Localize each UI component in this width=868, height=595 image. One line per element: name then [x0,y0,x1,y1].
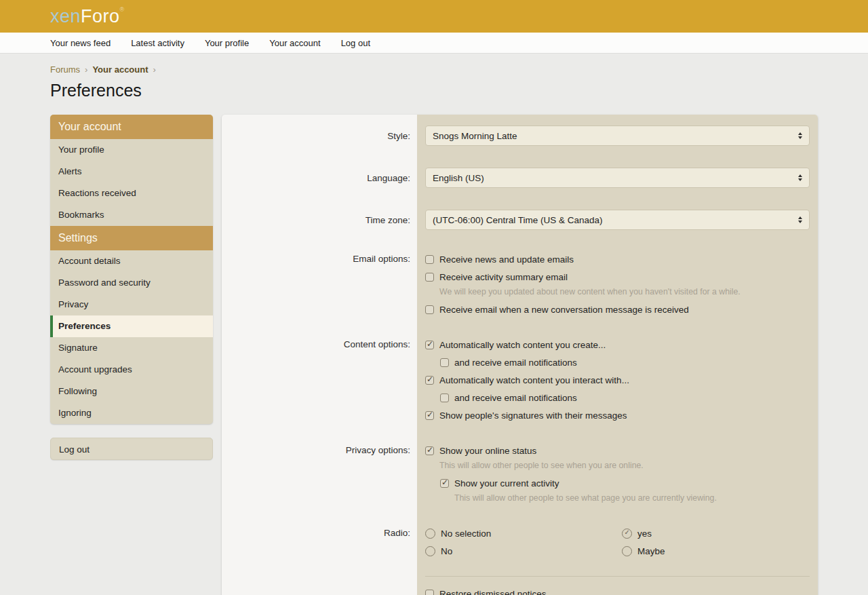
checkbox-icon[interactable] [425,273,434,282]
radio-option-no-selection[interactable]: No selection [425,524,622,542]
content-option-interact-email-notifications[interactable]: and receive email notifications [440,389,810,406]
app-header: xenForo® [0,0,868,33]
checkbox-label: Show people's signatures with their mess… [439,410,627,421]
radio-icon[interactable] [425,546,435,556]
breadcrumb-arrow-icon: › [85,64,87,75]
email-option-conversation-message[interactable]: Receive email when a new conversation me… [425,301,810,318]
radio-option-label: No [441,546,452,556]
nav-your-account[interactable]: Your account [269,38,320,48]
sidebar-item-bookmarks[interactable]: Bookmarks [50,204,213,226]
sidebar-item-preferences[interactable]: Preferences [50,315,213,337]
sidebar-item-alerts[interactable]: Alerts [50,161,213,183]
checkbox-icon[interactable] [425,376,434,385]
checkbox-icon[interactable] [425,255,434,264]
sidebar-log-out-button[interactable]: Log out [50,438,213,460]
sidebar-item-account-details[interactable]: Account details [50,250,213,272]
select-arrows-icon [798,174,802,181]
nav-log-out[interactable]: Log out [341,38,370,48]
restore-dismissed-notices-option[interactable]: Restore dismissed notices [425,585,810,595]
radio-option-no[interactable]: No [425,542,622,560]
language-select-value: English (US) [433,173,484,183]
nav-your-profile[interactable]: Your profile [205,38,249,48]
radio-option-yes[interactable]: yes [622,524,818,542]
checkbox-icon[interactable] [425,446,434,455]
email-option-news-updates[interactable]: Receive news and update emails [425,250,810,268]
online-status-hint: This will allow other people to see when… [439,460,810,472]
sidebar-item-ignoring[interactable]: Ignoring [50,402,213,424]
radio-icon[interactable] [622,529,632,539]
email-options-label: Email options: [222,250,417,318]
content-option-show-signatures[interactable]: Show people's signatures with their mess… [425,406,810,424]
sidebar-item-your-profile[interactable]: Your profile [50,139,213,161]
breadcrumb-your-account[interactable]: Your account [92,64,148,75]
radio-label: Radio: [222,524,417,560]
radio-icon[interactable] [622,546,632,556]
radio-icon[interactable] [425,529,435,539]
sidebar: Your account Your profile Alerts Reactio… [50,115,213,460]
privacy-option-current-activity[interactable]: Show your current activity [440,474,810,492]
section-divider [425,576,810,577]
radio-option-label: No selection [441,529,491,539]
content-option-create-email-notifications[interactable]: and receive email notifications [440,353,810,371]
privacy-option-online-status[interactable]: Show your online status [425,442,810,459]
checkbox-label: Show your current activity [454,478,559,488]
radio-option-label: Maybe [637,546,665,556]
radio-option-label: yes [637,529,652,539]
checkbox-label: Automatically watch content you create..… [439,340,606,350]
nav-your-news-feed[interactable]: Your news feed [50,38,111,48]
checkbox-label: Receive email when a new conversation me… [439,305,689,315]
content-option-watch-create[interactable]: Automatically watch content you create..… [425,336,810,353]
checkbox-icon[interactable] [440,479,449,488]
current-activity-hint: This will allow other people to see what… [454,493,810,504]
language-select[interactable]: English (US) [425,168,810,188]
checkbox-label: and receive email notifications [454,393,577,403]
email-option-activity-summary[interactable]: Receive activity summary email [425,268,810,286]
checkbox-label: Automatically watch content you interact… [439,375,629,385]
logo-foro-text: Foro [81,6,120,26]
sidebar-tab-settings[interactable]: Settings [50,226,213,250]
sidebar-item-reactions-received[interactable]: Reactions received [50,183,213,204]
top-navbar: Your news feed Latest activity Your prof… [0,33,868,54]
sidebar-tab-your-account[interactable]: Your account [50,115,213,139]
content-option-watch-interact[interactable]: Automatically watch content you interact… [425,371,810,389]
page-title: Preferences [50,81,818,100]
privacy-options-label: Privacy options: [222,442,417,507]
logo-trademark: ® [120,6,125,13]
checkbox-label: Receive news and update emails [439,254,574,265]
checkbox-label: Receive activity summary email [439,272,568,282]
checkbox-label: Show your online status [439,446,536,456]
checkbox-label: and receive email notifications [454,358,577,368]
nav-latest-activity[interactable]: Latest activity [131,38,184,48]
style-select-value: Snogs Morning Latte [433,131,517,141]
checkbox-icon[interactable] [440,358,449,367]
sidebar-item-account-upgrades[interactable]: Account upgrades [50,359,213,381]
timezone-label: Time zone: [222,215,417,225]
timezone-select-value: (UTC-06:00) Central Time (US & Canada) [433,215,603,225]
sidebar-item-privacy[interactable]: Privacy [50,294,213,315]
radio-option-maybe[interactable]: Maybe [622,542,818,560]
breadcrumb: Forums › Your account › [50,54,818,75]
checkbox-label: Restore dismissed notices [439,589,547,595]
sidebar-item-signature[interactable]: Signature [50,337,213,359]
xenforo-logo[interactable]: xenForo® [50,6,125,27]
timezone-select[interactable]: (UTC-06:00) Central Time (US & Canada) [425,210,810,230]
checkbox-icon[interactable] [425,411,434,420]
sidebar-item-password-and-security[interactable]: Password and security [50,272,213,294]
checkbox-icon[interactable] [440,394,449,402]
checkbox-icon[interactable] [425,590,434,595]
activity-summary-hint: We will keep you updated about new conte… [439,286,810,298]
content-options-label: Content options: [222,336,417,424]
style-label: Style: [222,131,417,141]
select-arrows-icon [798,216,802,223]
logo-xen-text: xen [50,6,81,26]
language-label: Language: [222,173,417,183]
checkbox-icon[interactable] [425,305,434,314]
style-select[interactable]: Snogs Morning Latte [425,126,810,146]
breadcrumb-arrow-icon: › [153,64,156,75]
breadcrumb-forums[interactable]: Forums [50,64,80,75]
select-arrows-icon [798,132,802,139]
preferences-panel: Style: Snogs Morning Latte Language: Eng… [222,115,818,595]
checkbox-icon[interactable] [425,341,434,349]
sidebar-item-following[interactable]: Following [50,381,213,402]
